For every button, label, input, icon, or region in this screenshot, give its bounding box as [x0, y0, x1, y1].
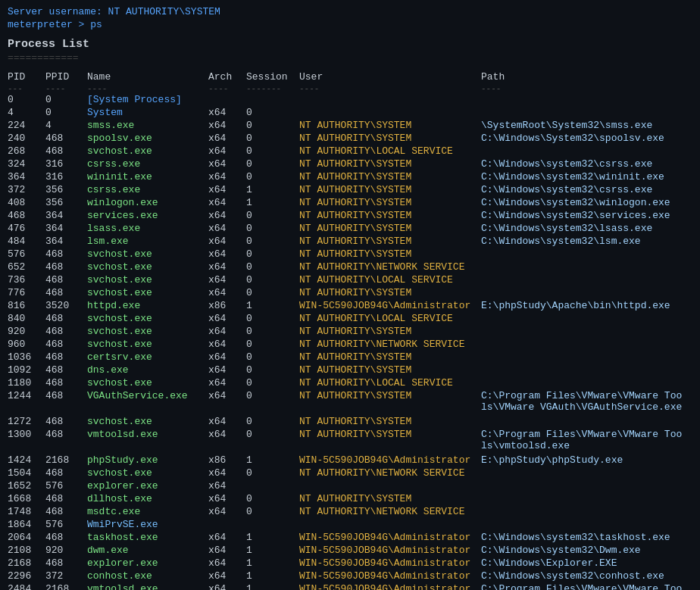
user-value: NT AUTHORITY\SYSTEM	[299, 132, 481, 145]
ppid-value: 468	[45, 273, 87, 286]
name-value: svchost.exe	[87, 415, 208, 428]
pid-value: 408	[8, 196, 45, 209]
name-value: csrss.exe	[87, 158, 208, 170]
path-value-cell	[481, 376, 698, 389]
path-value-cell: E:\phpStudy\phpStudy.exe	[481, 454, 698, 467]
table-row: 1652 576 explorer.exe x64	[8, 479, 698, 492]
pid-value: 1864	[8, 518, 45, 531]
session-value: 0	[246, 261, 299, 273]
table-row: 2168 468 explorer.exe x64 1 WIN-5C590JOB…	[8, 557, 698, 570]
pid-value: 2108	[8, 544, 45, 557]
pid-value: 776	[8, 286, 45, 299]
path-value-cell: \SystemRoot\System32\smss.exe	[481, 119, 698, 132]
ppid-value: 364	[45, 209, 87, 222]
name-value: httpd.exe	[87, 299, 208, 312]
user-value	[299, 106, 481, 119]
name-value: taskhost.exe	[87, 531, 208, 544]
user-value	[299, 93, 481, 106]
ppid-value: 468	[45, 428, 87, 454]
path-value-cell	[481, 248, 698, 261]
name-value: csrss.exe	[87, 183, 208, 196]
name-value: svchost.exe	[87, 261, 208, 273]
arch-value: x64	[208, 248, 246, 261]
path-value-cell	[481, 145, 698, 158]
server-username-line: Server username: NT AUTHORITY\SYSTEM	[8, 6, 692, 17]
table-row: 224 4 smss.exe x64 0 NT AUTHORITY\SYSTEM…	[8, 119, 698, 132]
user-value: NT AUTHORITY\LOCAL SERVICE	[299, 145, 481, 158]
path-value: C:\Windows\system32\taskhost.exe	[481, 532, 670, 543]
path-value-cell: C:\Windows\system32\lsm.exe	[481, 235, 698, 248]
section-title: Process List	[8, 38, 692, 51]
arch-value: x64	[208, 531, 246, 544]
col-name: Name	[87, 70, 208, 84]
table-row: 1180 468 svchost.exe x64 0 NT AUTHORITY\…	[8, 376, 698, 389]
ppid-value: 468	[45, 364, 87, 376]
user-value: NT AUTHORITY\SYSTEM	[299, 158, 481, 170]
path-value-cell: C:\Windows\system32\taskhost.exe	[481, 531, 698, 544]
ppid-value: 364	[45, 235, 87, 248]
pid-value: 224	[8, 119, 45, 132]
arch-value: x86	[208, 299, 246, 312]
table-row: 1748 468 msdtc.exe x64 0 NT AUTHORITY\NE…	[8, 505, 698, 518]
session-value: 1	[246, 299, 299, 312]
path-value-cell: C:\Windows\system32\csrss.exe	[481, 183, 698, 196]
ppid-value: 920	[45, 544, 87, 557]
name-value: msdtc.exe	[87, 505, 208, 518]
path-value-cell	[481, 325, 698, 338]
table-row: 576 468 svchost.exe x64 0 NT AUTHORITY\S…	[8, 248, 698, 261]
path-value-cell	[481, 364, 698, 376]
ppid-value: 3520	[45, 299, 87, 312]
session-value: 0	[246, 248, 299, 261]
arch-value: x64	[208, 364, 246, 376]
path-value-cell: C:\Windows\system32\lsass.exe	[481, 222, 698, 235]
user-value: NT AUTHORITY\SYSTEM	[299, 119, 481, 132]
pid-value: 816	[8, 299, 45, 312]
session-value: 1	[246, 582, 299, 590]
name-value: smss.exe	[87, 119, 208, 132]
path-value: C:\Windows\System32\spoolsv.exe	[481, 133, 664, 144]
session-value: 0	[246, 492, 299, 505]
path-value-cell	[481, 338, 698, 351]
arch-value: x64	[208, 376, 246, 389]
table-row: 1300 468 vmtoolsd.exe x64 0 NT AUTHORITY…	[8, 428, 698, 454]
session-value	[246, 479, 299, 492]
name-value: VGAuthService.exe	[87, 389, 208, 415]
user-value: NT AUTHORITY\SYSTEM	[299, 325, 481, 338]
arch-value: x64	[208, 479, 246, 492]
table-row: 920 468 svchost.exe x64 0 NT AUTHORITY\S…	[8, 325, 698, 338]
user-value: NT AUTHORITY\SYSTEM	[299, 209, 481, 222]
ppid-value: 316	[45, 170, 87, 183]
path-value-cell	[481, 505, 698, 518]
section-underline: ============	[8, 52, 692, 64]
table-row: 2484 2168 vmtoolsd.exe x64 1 WIN-5C590JO…	[8, 582, 698, 590]
session-value: 1	[246, 570, 299, 582]
name-value: WmiPrvSE.exe	[87, 518, 208, 531]
user-value	[299, 518, 481, 531]
name-value: dllhost.exe	[87, 492, 208, 505]
path-value: C:\Windows\system32\winlogon.exe	[481, 197, 670, 208]
arch-value: x64	[208, 312, 246, 325]
pid-value: 240	[8, 132, 45, 145]
table-row: 776 468 svchost.exe x64 0 NT AUTHORITY\S…	[8, 286, 698, 299]
pid-value: 840	[8, 312, 45, 325]
table-row: 408 356 winlogon.exe x64 1 NT AUTHORITY\…	[8, 196, 698, 209]
session-value: 0	[246, 428, 299, 454]
arch-value: x64	[208, 106, 246, 119]
session-value: 1	[246, 454, 299, 467]
path-value-cell	[481, 467, 698, 479]
session-value: 0	[246, 286, 299, 299]
session-value	[246, 518, 299, 531]
name-value: vmtoolsd.exe	[87, 428, 208, 454]
arch-value: x64	[208, 389, 246, 415]
table-row: 2108 920 dwm.exe x64 1 WIN-5C590JOB94G\A…	[8, 544, 698, 557]
path-value: C:\Windows\system32\lsm.exe	[481, 236, 641, 247]
path-value: \SystemRoot\System32\smss.exe	[481, 120, 652, 131]
arch-value: x64	[208, 119, 246, 132]
user-value: NT AUTHORITY\SYSTEM	[299, 222, 481, 235]
ppid-value: 468	[45, 338, 87, 351]
user-value	[299, 479, 481, 492]
prompt-line: meterpreter > ps	[8, 19, 692, 30]
session-value: 0	[246, 170, 299, 183]
arch-value	[208, 518, 246, 531]
user-value: NT AUTHORITY\SYSTEM	[299, 428, 481, 454]
